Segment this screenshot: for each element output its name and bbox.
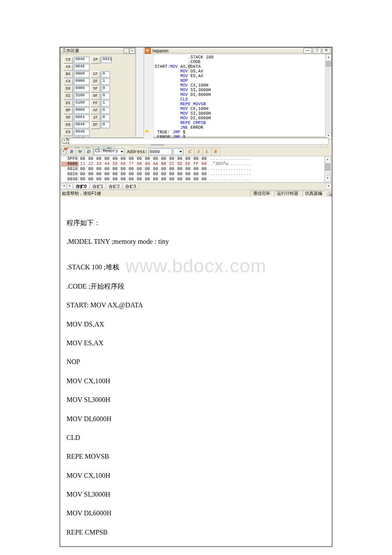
memory-close-button[interactable]: × — [61, 150, 66, 155]
memory-hex-cell[interactable]: 88 — [135, 162, 144, 167]
memory-hex-cell[interactable]: 00 — [119, 156, 127, 162]
memory-hex-cell[interactable]: 00 — [144, 167, 152, 172]
memory-hex-cell[interactable]: 00 — [87, 177, 95, 182]
register-value[interactable]: 0040 — [74, 64, 89, 70]
memory-hex-cell[interactable]: 00 — [144, 156, 152, 162]
memory-hex-cell[interactable]: 00 — [135, 172, 144, 177]
tab-scroll-left-icon[interactable]: ◂ — [61, 183, 67, 189]
mem-d-button[interactable]: D — [84, 148, 93, 156]
memory-hex-cell[interactable]: EE — [184, 162, 192, 167]
memory-hex-cell[interactable]: 00 — [200, 162, 208, 167]
flag-value[interactable]: 1 — [101, 100, 110, 107]
memory-hex-cell[interactable]: 00 — [168, 172, 176, 177]
register-CS-button[interactable]: CS — [63, 57, 73, 64]
memory-hex-cell[interactable]: 33 — [95, 162, 103, 167]
flag-value[interactable]: 1 — [101, 78, 110, 85]
memory-hex-cell[interactable]: 00 — [168, 156, 176, 162]
memory-hex-cell[interactable]: 00 — [127, 172, 135, 177]
memory-hex-cell[interactable]: 00 — [176, 156, 184, 162]
register-CX-button[interactable]: CX — [63, 78, 73, 86]
memory-hex-cell[interactable]: 00 — [160, 172, 168, 177]
memory-hex-cell[interactable]: 00 — [176, 167, 184, 172]
memory-hex-cell[interactable]: DD — [176, 162, 184, 167]
memory-hex-cell[interactable]: 00 — [119, 167, 127, 172]
scroll-up-icon[interactable]: ▴ — [325, 156, 331, 163]
memory-hex-cell[interactable]: 00 — [127, 167, 135, 172]
register-ES-button[interactable]: ES — [63, 129, 73, 136]
register-value[interactable]: 0040 — [74, 57, 89, 63]
flag-value[interactable]: 0 — [101, 115, 110, 121]
memory-hex-cell[interactable]: AA — [152, 162, 160, 167]
ip-value[interactable]: 0021 — [101, 57, 112, 63]
register-value[interactable]: 6100 — [74, 100, 89, 107]
register-value[interactable]: 3100 — [74, 93, 89, 99]
memory-hex-cell[interactable]: 00 — [160, 177, 168, 182]
code-vertical-scrollbar[interactable]: ▴ ▾ — [325, 54, 331, 139]
register-value[interactable]: 0040 — [74, 129, 89, 136]
memory-hex-cell[interactable]: 00 — [135, 167, 144, 172]
scroll-down-icon[interactable]: ▾ — [325, 175, 331, 182]
memory-hex-cell[interactable]: 00 — [127, 156, 135, 162]
scroll-up-icon[interactable]: ▴ — [326, 54, 331, 61]
memory-hex-cell[interactable]: 00 — [152, 172, 160, 177]
code-listing[interactable]: .STACK 100 .CODE START:MOV AX,@DATA MOV … — [154, 54, 325, 139]
register-SP-button[interactable]: SP — [63, 115, 73, 122]
workspace-minimize-button[interactable]: _ — [124, 48, 129, 54]
memory-hex-cell[interactable]: 00 — [127, 177, 135, 182]
memory-hex-cell[interactable]: 00 — [192, 156, 200, 162]
flag-value[interactable]: 0 — [101, 122, 110, 128]
memory-hex-cell[interactable]: 00 — [103, 156, 111, 162]
address-input[interactable] — [148, 148, 172, 155]
memory-hex-cell[interactable]: 00 — [200, 167, 208, 172]
resize-grip-icon[interactable] — [327, 191, 332, 196]
code-minimize-button[interactable]: — — [303, 48, 312, 54]
memory-hex-cell[interactable]: 00 — [200, 177, 208, 182]
flag-AF-button[interactable]: AF — [90, 107, 101, 115]
memory-hex-cell[interactable]: 00 — [192, 177, 200, 182]
memory-hex-cell[interactable]: 00 — [79, 156, 87, 162]
code-close-button[interactable]: ✕ — [322, 48, 331, 54]
memory-hex-cell[interactable]: 00 — [119, 172, 127, 177]
memory-hex-cell[interactable]: 00 — [87, 167, 95, 172]
memory-segment-select[interactable]: CS:Memory — [94, 148, 124, 155]
memory-hex-cell[interactable]: 66 — [119, 162, 127, 167]
memory-hex-cell[interactable]: 00 — [95, 167, 103, 172]
mem-b-button[interactable]: B — [67, 148, 76, 156]
tab-scroll-right-icon[interactable]: ▸ — [67, 183, 73, 189]
code-maximize-button[interactable]: □ — [313, 48, 321, 54]
memory-hex-cell[interactable]: 00 — [111, 156, 119, 162]
memory-hex-cell[interactable]: 00 — [192, 172, 200, 177]
register-BX-button[interactable]: BX — [63, 71, 73, 78]
tab-scroll-end-icon[interactable]: ▸ — [326, 183, 332, 189]
memory-hex-cell[interactable]: 00 — [144, 172, 152, 177]
memory-tab[interactable]: 存贮0 — [73, 183, 90, 190]
memory-hex-cell[interactable]: 00 — [184, 177, 192, 182]
memory-tab[interactable]: 存贮3 — [122, 183, 139, 190]
memory-hex-cell[interactable]: 00 — [95, 177, 103, 182]
memory-hex-cell[interactable]: 00 — [176, 177, 184, 182]
mem-w-button[interactable]: W — [76, 148, 84, 156]
memory-hex-cell[interactable]: 55 — [111, 162, 119, 167]
memory-tab[interactable]: 存贮2 — [106, 183, 123, 190]
memory-hex-cell[interactable]: 11 — [79, 162, 87, 167]
flag-DF-button[interactable]: DF — [90, 122, 101, 129]
memory-hex-cell[interactable]: 00 — [103, 177, 111, 182]
memory-hex-cell[interactable]: 00 — [135, 177, 144, 182]
register-value[interactable]: 0040 — [74, 122, 89, 128]
flag-value[interactable]: 0 — [101, 71, 110, 78]
memory-hex-cell[interactable]: 00 — [184, 167, 192, 172]
register-DS-button[interactable]: DS — [63, 122, 73, 129]
memory-hex-cell[interactable]: 00 — [144, 177, 152, 182]
memory-hex-cell[interactable]: 00 — [79, 172, 87, 177]
memory-hex-cell[interactable]: 00 — [79, 177, 87, 182]
memory-hex-cell[interactable]: 00 — [79, 167, 87, 172]
memory-hex-cell[interactable]: 00 — [111, 177, 119, 182]
memory-hex-cell[interactable]: 00 — [184, 156, 192, 162]
register-DX-button[interactable]: DX — [63, 86, 73, 93]
mem-i-button[interactable]: I — [194, 148, 203, 156]
register-AX-button[interactable]: AX — [63, 64, 73, 71]
memory-hex-cell[interactable]: 00 — [103, 167, 111, 172]
flag-IF-button[interactable]: IF — [90, 115, 101, 122]
memory-hex-cell[interactable]: 99 — [144, 162, 152, 167]
memory-hex-cell[interactable]: 00 — [95, 172, 103, 177]
